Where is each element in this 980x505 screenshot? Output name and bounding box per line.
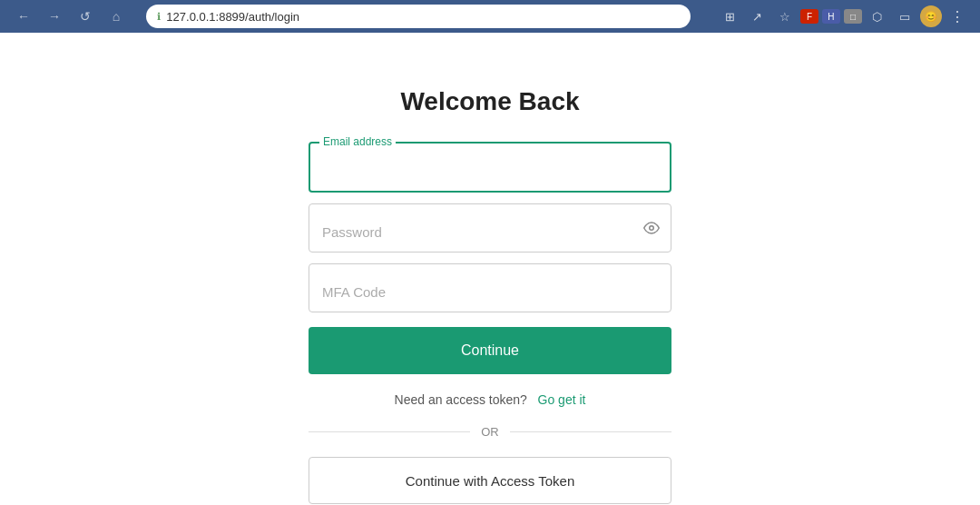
bookmark-icon[interactable]: ☆: [773, 5, 797, 28]
extension-red-icon[interactable]: F: [800, 9, 818, 24]
password-input[interactable]: [309, 204, 671, 252]
extension-gray-icon[interactable]: □: [844, 9, 862, 24]
access-token-prompt-text: Need an access token?: [395, 392, 527, 407]
mfa-input[interactable]: [309, 264, 671, 312]
access-token-prompt: Need an access token? Go get it: [309, 392, 671, 407]
extension-blue-icon[interactable]: H: [822, 9, 840, 24]
page-content: Welcome Back Email address: [0, 33, 980, 505]
email-label: Email address: [319, 135, 396, 148]
sidebar-icon[interactable]: ▭: [893, 5, 916, 28]
address-bar[interactable]: ℹ 127.0.0.1:8899/auth/login: [146, 5, 691, 28]
svg-point-0: [650, 226, 654, 231]
password-input-group: [309, 203, 671, 252]
translate-icon[interactable]: ⊞: [719, 5, 742, 28]
puzzle-icon[interactable]: ⬡: [866, 5, 889, 28]
or-line-right: [510, 431, 671, 432]
back-button[interactable]: ←: [11, 4, 36, 29]
email-input[interactable]: [310, 144, 670, 191]
reload-button[interactable]: ↺: [73, 4, 98, 29]
page-title: Welcome Back: [400, 87, 579, 116]
share-icon[interactable]: ↗: [746, 5, 769, 28]
go-get-it-link[interactable]: Go get it: [538, 392, 586, 407]
browser-action-buttons: ⊞ ↗ ☆ F H □ ⬡ ▭ 😊 ⋮: [719, 5, 969, 28]
or-divider: OR: [309, 425, 671, 439]
url-text: 127.0.0.1:8899/auth/login: [166, 10, 299, 24]
profile-avatar[interactable]: 😊: [920, 5, 942, 27]
continue-access-token-button[interactable]: Continue with Access Token: [309, 457, 671, 504]
login-form: Email address Continue: [309, 142, 671, 504]
or-line-left: [309, 431, 470, 432]
lock-icon: ℹ: [157, 11, 161, 23]
continue-button[interactable]: Continue: [309, 327, 671, 374]
home-button[interactable]: ⌂: [103, 4, 129, 29]
menu-icon[interactable]: ⋮: [946, 5, 969, 28]
nav-buttons: ← → ↺ ⌂: [11, 4, 129, 29]
password-toggle-button[interactable]: [643, 220, 660, 236]
or-text: OR: [481, 425, 499, 439]
mfa-input-group: [309, 263, 671, 312]
browser-chrome: ← → ↺ ⌂ ℹ 127.0.0.1:8899/auth/login ⊞ ↗ …: [0, 0, 980, 33]
email-input-group: Email address: [309, 142, 671, 193]
login-container: Welcome Back Email address: [309, 87, 671, 504]
forward-button[interactable]: →: [42, 4, 67, 29]
